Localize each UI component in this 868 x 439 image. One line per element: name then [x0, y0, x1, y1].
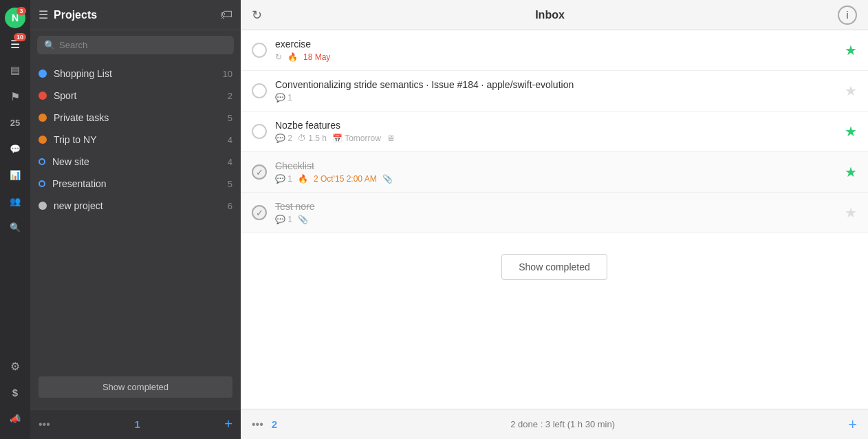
- project-name: new project: [54, 200, 212, 211]
- star-icon[interactable]: ★: [845, 42, 857, 58]
- project-dot: [39, 114, 47, 122]
- footer-dots[interactable]: •••: [252, 418, 263, 431]
- task-item[interactable]: Checklist 💬 1 🔥 2 Oct'15 2:00 AM 📎 ★: [241, 152, 868, 193]
- project-item-new-project[interactable]: new project 6: [30, 195, 241, 217]
- avatar-badge: 3: [17, 7, 26, 15]
- main-panel: ↻ Inbox i exercise ↻ 🔥 18 May ★ Conventi…: [241, 0, 868, 439]
- project-name: Trip to NY: [54, 134, 212, 145]
- time-icon: ⏱ 1.5 h: [298, 133, 327, 143]
- attach-icon: 📎: [298, 215, 308, 224]
- comment-icon: 💬 2: [275, 133, 292, 143]
- project-count: 4: [219, 135, 232, 145]
- project-dot: [39, 202, 47, 210]
- task-title: Conventionalizing stride semantics · Iss…: [275, 79, 836, 90]
- project-dot: [39, 136, 47, 144]
- task-meta: ↻ 🔥 18 May: [275, 52, 836, 62]
- sidebar-header: ☰ Projects 🏷: [30, 0, 241, 30]
- project-count: 2: [219, 91, 232, 101]
- calendar-icon: 📅 Tomorrow: [332, 133, 381, 143]
- project-count: 10: [219, 69, 232, 79]
- tag-icon[interactable]: 🏷: [220, 8, 232, 22]
- task-meta: 💬 1 🔥 2 Oct'15 2:00 AM 📎: [275, 174, 836, 184]
- task-content: Conventionalizing stride semantics · Iss…: [275, 79, 836, 103]
- sidebar-footer-dots[interactable]: •••: [39, 418, 50, 431]
- task-meta: 💬 2 ⏱ 1.5 h 📅 Tomorrow 🖥: [275, 133, 836, 143]
- project-item-presentation[interactable]: Presentation 5: [30, 173, 241, 195]
- sidebar-item-flags[interactable]: ⚑: [3, 84, 28, 109]
- task-title: exercise: [275, 39, 836, 50]
- task-item[interactable]: Nozbe features 💬 2 ⏱ 1.5 h 📅 Tomorrow 🖥 …: [241, 111, 868, 152]
- sidebar-item-search[interactable]: 🔍: [3, 215, 28, 239]
- task-content: Test nore 💬 1 📎: [275, 201, 836, 224]
- task-checkbox[interactable]: [252, 43, 267, 58]
- project-name: Shopping List: [54, 68, 212, 79]
- task-checkbox[interactable]: [252, 205, 267, 220]
- add-task-button[interactable]: +: [848, 416, 857, 433]
- project-item-sport[interactable]: Sport 2: [30, 85, 241, 107]
- megaphone-icon: 📣: [10, 414, 21, 424]
- project-list: Shopping List 10 Sport 2 Private tasks 5…: [30, 60, 241, 370]
- sidebar-projects-icon: ☰: [39, 8, 48, 21]
- star-icon[interactable]: ★: [845, 164, 857, 180]
- refresh-icon[interactable]: ↻: [252, 8, 262, 23]
- sidebar-item-chart[interactable]: 📊: [3, 162, 28, 187]
- project-item-new-site[interactable]: New site 4: [30, 151, 241, 173]
- project-dot: [39, 69, 47, 78]
- star-icon[interactable]: ★: [845, 204, 857, 221]
- project-count: 5: [219, 113, 232, 123]
- sidebar-item-megaphone[interactable]: 📣: [3, 406, 28, 431]
- star-icon[interactable]: ★: [845, 83, 857, 99]
- task-item[interactable]: Test nore 💬 1 📎 ★: [241, 193, 868, 233]
- project-name: Private tasks: [54, 112, 212, 123]
- project-item-shopping-list[interactable]: Shopping List 10: [30, 63, 241, 85]
- sidebar-item-calendar[interactable]: 25: [3, 110, 28, 135]
- comment-icon: 💬 1: [275, 93, 292, 103]
- main-title: Inbox: [270, 9, 829, 21]
- calendar-icon: 25: [10, 118, 20, 128]
- project-name: Sport: [54, 90, 212, 101]
- chart-icon: 📊: [10, 170, 21, 180]
- add-project-button[interactable]: +: [224, 416, 232, 432]
- sidebar-item-settings[interactable]: ⚙: [3, 354, 28, 378]
- sidebar-footer-num: 1: [50, 418, 225, 430]
- footer-num: 2: [272, 418, 277, 430]
- icon-bar: N 3 ☰ 10 ▤ ⚑ 25 💬 📊 👥 🔍 ⚙ $ 📣: [0, 0, 30, 439]
- task-checkbox[interactable]: [252, 124, 267, 139]
- sidebar-footer: ••• 1 +: [30, 409, 241, 439]
- comment-icon: 💬 1: [275, 215, 292, 224]
- project-dot: [39, 158, 45, 165]
- sidebar-item-chat[interactable]: 💬: [3, 136, 28, 161]
- task-item[interactable]: exercise ↻ 🔥 18 May ★: [241, 30, 868, 71]
- fire-icon: 🔥: [298, 174, 308, 184]
- project-name: Presentation: [52, 178, 212, 189]
- search-input[interactable]: [59, 40, 227, 50]
- search-icon: 🔍: [44, 40, 55, 50]
- sidebar-item-team[interactable]: 👥: [3, 189, 28, 213]
- task-item[interactable]: Conventionalizing stride semantics · Iss…: [241, 71, 868, 111]
- project-count: 5: [219, 179, 232, 189]
- reload-meta-icon: ↻: [275, 52, 282, 62]
- main-footer: ••• 2 2 done : 3 left (1 h 30 min) +: [241, 409, 868, 439]
- star-icon[interactable]: ★: [845, 123, 857, 140]
- show-completed-sidebar-button[interactable]: Show completed: [39, 376, 232, 398]
- task-list: exercise ↻ 🔥 18 May ★ Conventionalizing …: [241, 30, 868, 409]
- task-checkbox[interactable]: [252, 164, 267, 180]
- show-completed-center: Show completed: [241, 233, 868, 301]
- sidebar-item-projects[interactable]: ☰ 10: [3, 32, 28, 56]
- task-meta: 💬 1 📎: [275, 215, 836, 224]
- project-name: New site: [52, 156, 212, 167]
- info-icon[interactable]: i: [838, 6, 857, 25]
- task-title: Nozbe features: [275, 120, 836, 131]
- comment-icon: 💬 1: [275, 174, 292, 184]
- sidebar-item-inbox[interactable]: ▤: [3, 58, 28, 83]
- search-box: 🔍: [37, 36, 234, 54]
- settings-icon: ⚙: [10, 360, 20, 373]
- attach-icon: 📎: [382, 174, 393, 184]
- task-checkbox[interactable]: [252, 83, 267, 98]
- project-item-private-tasks[interactable]: Private tasks 5: [30, 107, 241, 129]
- project-item-trip-to-ny[interactable]: Trip to NY 4: [30, 129, 241, 151]
- show-completed-main-button[interactable]: Show completed: [501, 254, 607, 280]
- sidebar-item-billing[interactable]: $: [3, 380, 28, 405]
- project-count: 6: [219, 201, 232, 211]
- avatar-item[interactable]: N 3: [3, 6, 28, 30]
